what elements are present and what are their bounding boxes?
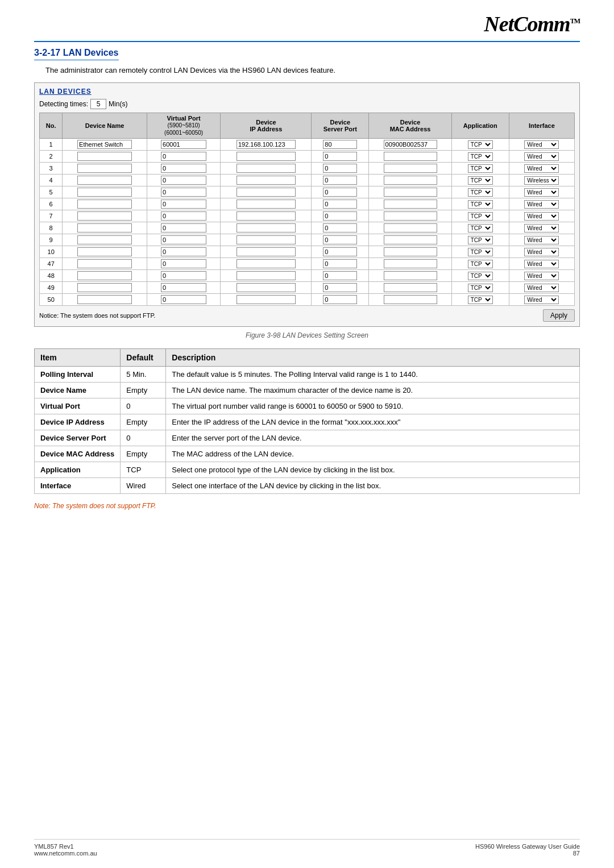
- server-port-cell[interactable]: [312, 198, 369, 210]
- application-cell[interactable]: TCPUDP: [451, 282, 509, 294]
- interface-select[interactable]: WiredWireless: [524, 140, 559, 149]
- application-cell[interactable]: TCPUDP: [451, 175, 509, 186]
- interface-select[interactable]: WiredWireless: [524, 212, 559, 221]
- interface-cell[interactable]: WiredWireless: [509, 175, 574, 186]
- server-port-input[interactable]: [323, 188, 357, 197]
- device-ip-cell[interactable]: [221, 163, 312, 175]
- device-ip-cell[interactable]: [221, 234, 312, 246]
- interface-cell[interactable]: WiredWireless: [509, 151, 574, 163]
- virtual-port-input[interactable]: [161, 211, 206, 221]
- device-name-cell[interactable]: [63, 151, 147, 163]
- device-ip-cell[interactable]: [221, 198, 312, 210]
- mac-address-cell[interactable]: [369, 210, 452, 222]
- virtual-port-cell[interactable]: [147, 246, 221, 258]
- device-name-input[interactable]: [77, 247, 132, 256]
- server-port-input[interactable]: [323, 152, 357, 161]
- interface-select[interactable]: WiredWireless: [524, 224, 559, 232]
- application-cell[interactable]: TCPUDP: [451, 198, 509, 210]
- virtual-port-input[interactable]: [161, 152, 206, 161]
- device-name-input[interactable]: [77, 223, 132, 232]
- application-cell[interactable]: TCPUDP: [451, 163, 509, 175]
- mac-address-input[interactable]: [384, 211, 437, 221]
- application-cell[interactable]: TCPUDP: [451, 246, 509, 258]
- device-name-input[interactable]: [77, 211, 132, 221]
- interface-select[interactable]: WiredWireless: [524, 284, 559, 292]
- device-ip-input[interactable]: [237, 140, 296, 149]
- interface-select[interactable]: WiredWireless: [524, 152, 559, 161]
- interface-select[interactable]: WiredWireless: [524, 272, 559, 280]
- application-cell[interactable]: TCPUDP: [451, 186, 509, 198]
- mac-address-input[interactable]: [384, 223, 437, 232]
- server-port-cell[interactable]: [312, 139, 369, 151]
- device-ip-input[interactable]: [237, 164, 296, 173]
- virtual-port-input[interactable]: [161, 164, 206, 173]
- server-port-cell[interactable]: [312, 222, 369, 234]
- device-ip-cell[interactable]: [221, 282, 312, 294]
- device-ip-input[interactable]: [237, 223, 296, 232]
- virtual-port-input[interactable]: [161, 223, 206, 232]
- virtual-port-cell[interactable]: [147, 294, 221, 306]
- device-name-cell[interactable]: [63, 294, 147, 306]
- server-port-input[interactable]: [323, 283, 357, 292]
- application-select[interactable]: TCPUDP: [468, 176, 493, 185]
- device-ip-cell[interactable]: [221, 175, 312, 186]
- server-port-input[interactable]: [323, 164, 357, 173]
- device-ip-cell[interactable]: [221, 186, 312, 198]
- mac-address-input[interactable]: [384, 152, 437, 161]
- server-port-cell[interactable]: [312, 163, 369, 175]
- device-name-cell[interactable]: [63, 198, 147, 210]
- server-port-input[interactable]: [323, 140, 357, 149]
- detecting-input[interactable]: [90, 99, 106, 109]
- interface-cell[interactable]: WiredWireless: [509, 282, 574, 294]
- interface-select[interactable]: WiredWireless: [524, 260, 559, 268]
- mac-address-input[interactable]: [384, 140, 437, 149]
- device-ip-input[interactable]: [237, 235, 296, 244]
- application-cell[interactable]: TCPUDP: [451, 151, 509, 163]
- device-name-input[interactable]: [77, 271, 132, 280]
- virtual-port-input[interactable]: [161, 259, 206, 268]
- virtual-port-cell[interactable]: [147, 186, 221, 198]
- mac-address-cell[interactable]: [369, 222, 452, 234]
- device-ip-input[interactable]: [237, 295, 296, 304]
- server-port-input[interactable]: [323, 295, 357, 304]
- virtual-port-input[interactable]: [161, 283, 206, 292]
- device-name-input[interactable]: [77, 235, 132, 244]
- server-port-input[interactable]: [323, 271, 357, 280]
- mac-address-cell[interactable]: [369, 139, 452, 151]
- device-ip-input[interactable]: [237, 176, 296, 185]
- virtual-port-cell[interactable]: [147, 151, 221, 163]
- virtual-port-cell[interactable]: [147, 210, 221, 222]
- mac-address-input[interactable]: [384, 283, 437, 292]
- virtual-port-cell[interactable]: [147, 175, 221, 186]
- mac-address-cell[interactable]: [369, 234, 452, 246]
- interface-cell[interactable]: WiredWireless: [509, 210, 574, 222]
- server-port-input[interactable]: [323, 223, 357, 232]
- application-cell[interactable]: TCPUDP: [451, 222, 509, 234]
- interface-cell[interactable]: WiredWireless: [509, 270, 574, 282]
- application-cell[interactable]: TCPUDP: [451, 258, 509, 270]
- device-ip-cell[interactable]: [221, 210, 312, 222]
- interface-cell[interactable]: WiredWireless: [509, 139, 574, 151]
- application-select[interactable]: TCPUDP: [468, 212, 493, 221]
- interface-select[interactable]: WiredWireless: [524, 188, 559, 197]
- interface-select[interactable]: WiredWireless: [524, 296, 559, 304]
- server-port-cell[interactable]: [312, 258, 369, 270]
- virtual-port-input[interactable]: [161, 271, 206, 280]
- mac-address-input[interactable]: [384, 247, 437, 256]
- device-name-input[interactable]: [77, 259, 132, 268]
- virtual-port-cell[interactable]: [147, 198, 221, 210]
- application-select[interactable]: TCPUDP: [468, 284, 493, 292]
- interface-cell[interactable]: WiredWireless: [509, 246, 574, 258]
- virtual-port-input[interactable]: [161, 140, 206, 149]
- application-select[interactable]: TCPUDP: [468, 140, 493, 149]
- application-select[interactable]: TCPUDP: [468, 152, 493, 161]
- server-port-cell[interactable]: [312, 270, 369, 282]
- application-cell[interactable]: TCPUDP: [451, 270, 509, 282]
- virtual-port-cell[interactable]: [147, 282, 221, 294]
- interface-cell[interactable]: WiredWireless: [509, 294, 574, 306]
- device-name-cell[interactable]: [63, 246, 147, 258]
- device-name-input[interactable]: [77, 283, 132, 292]
- mac-address-cell[interactable]: [369, 270, 452, 282]
- device-name-input[interactable]: [77, 176, 132, 185]
- application-select[interactable]: TCPUDP: [468, 164, 493, 173]
